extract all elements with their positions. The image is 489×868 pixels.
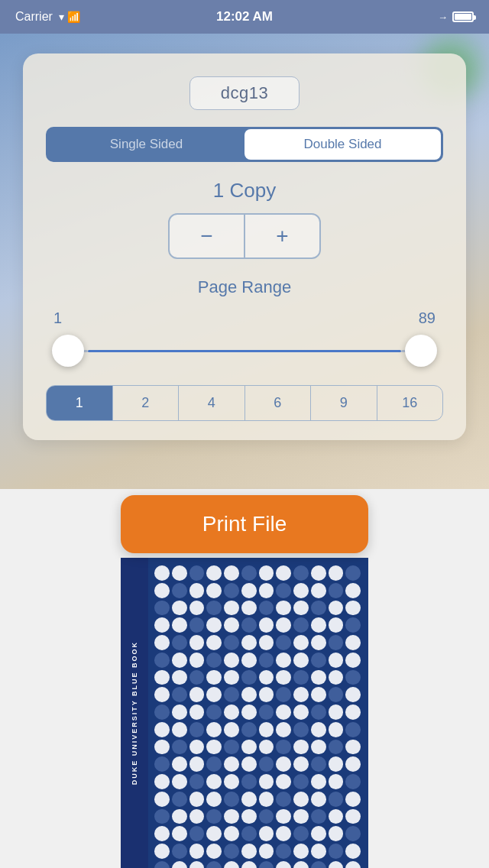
- page-range-slider[interactable]: [46, 332, 443, 370]
- printer-name: dcg13: [189, 76, 300, 110]
- sided-segment-control[interactable]: Single Sided Double Sided: [46, 127, 443, 162]
- blue-book-preview: DUKE UNIVERSITY BLUE BOOK: [121, 558, 368, 868]
- pps-1-button[interactable]: 1: [47, 386, 113, 420]
- print-file-button[interactable]: Print File: [121, 495, 368, 553]
- pps-9-button[interactable]: 9: [311, 386, 377, 420]
- slider-thumb-left[interactable]: [52, 335, 84, 367]
- print-options-card: dcg13 Single Sided Double Sided 1 Copy −…: [23, 53, 466, 440]
- blue-book-cover: DUKE UNIVERSITY BLUE BOOK: [121, 558, 368, 868]
- printer-name-container: dcg13: [46, 76, 443, 110]
- wifi-icon: ▾ 📶: [59, 11, 80, 23]
- carrier-label: Carrier: [15, 10, 53, 24]
- location-icon: →: [438, 11, 448, 23]
- single-sided-button[interactable]: Single Sided: [48, 129, 244, 160]
- slider-thumb-right[interactable]: [405, 335, 437, 367]
- page-range-label: Page Range: [46, 277, 443, 297]
- pps-6-button[interactable]: 6: [245, 386, 312, 420]
- copy-controls: − +: [46, 213, 443, 259]
- blue-book-spine: DUKE UNIVERSITY BLUE BOOK: [121, 558, 148, 868]
- blue-book-dots-grid: [148, 558, 368, 868]
- status-left: Carrier ▾ 📶: [15, 10, 80, 24]
- range-numbers: 1 89: [46, 309, 443, 327]
- copy-count-label: 1 Copy: [46, 179, 443, 202]
- blue-book-spine-text: DUKE UNIVERSITY BLUE BOOK: [131, 641, 138, 785]
- range-end: 89: [419, 309, 436, 327]
- pages-per-sheet-control[interactable]: 1 2 4 6 9 16: [46, 385, 443, 421]
- battery-icon: [452, 11, 474, 22]
- pps-4-button[interactable]: 4: [179, 386, 245, 420]
- slider-active-track: [88, 350, 401, 352]
- decrement-copy-button[interactable]: −: [168, 213, 244, 259]
- status-bar: Carrier ▾ 📶 12:02 AM →: [0, 0, 489, 34]
- status-right: →: [438, 11, 474, 23]
- increment-copy-button[interactable]: +: [244, 213, 321, 259]
- time-label: 12:02 AM: [216, 9, 273, 24]
- pps-2-button[interactable]: 2: [113, 386, 180, 420]
- print-button-container: Print File: [121, 495, 368, 553]
- range-start: 1: [53, 309, 62, 327]
- pps-16-button[interactable]: 16: [377, 386, 443, 420]
- double-sided-button[interactable]: Double Sided: [244, 129, 441, 160]
